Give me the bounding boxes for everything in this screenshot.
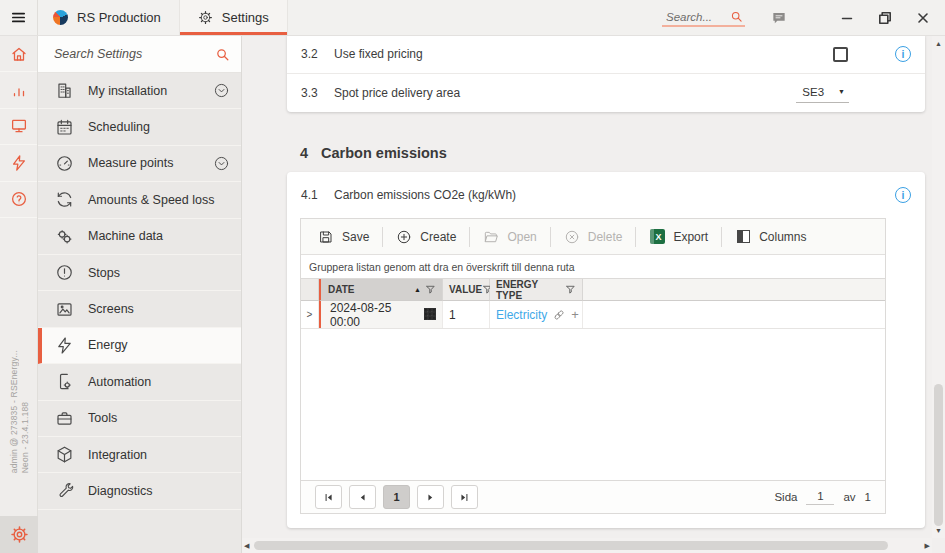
- open-button-label: Open: [507, 230, 536, 244]
- vertical-scrollbar[interactable]: ▲ ▼: [932, 36, 945, 538]
- filter-icon[interactable]: [425, 284, 436, 295]
- sidebar-item-my-installation[interactable]: My installation: [38, 73, 241, 109]
- tab-rs-production[interactable]: RS Production: [38, 0, 179, 35]
- sidebar-item-scheduling[interactable]: Scheduling: [38, 109, 241, 145]
- export-button-label: Export: [673, 230, 708, 244]
- horizontal-scrollbar[interactable]: ◀ ▶: [242, 538, 932, 553]
- column-header-energy-type[interactable]: ENERGY TYPE: [490, 279, 583, 301]
- use-fixed-pricing-checkbox[interactable]: [833, 47, 848, 62]
- page-number-button[interactable]: 1: [383, 485, 410, 509]
- sidebar-item-label: Measure points: [88, 156, 173, 170]
- settings-gear-button[interactable]: [0, 516, 38, 553]
- save-button[interactable]: Save: [305, 219, 382, 254]
- chevron-down-circle-icon[interactable]: [213, 82, 230, 99]
- sidebar-item-measure-points[interactable]: Measure points: [38, 146, 241, 182]
- feedback-icon[interactable]: [771, 10, 787, 26]
- title-bar: RS Production Settings: [0, 0, 945, 36]
- horizontal-scrollbar-thumb[interactable]: [254, 541, 888, 550]
- scroll-down-arrow-icon[interactable]: ▼: [935, 527, 942, 534]
- last-page-button[interactable]: [451, 485, 478, 509]
- image-icon: [55, 300, 74, 319]
- spot-price-area-dropdown[interactable]: SE3 ▼: [796, 83, 849, 103]
- column-header-filler: [583, 279, 885, 301]
- sidebar-item-machine-data[interactable]: Machine data: [38, 219, 241, 255]
- sidebar-item-amounts-speed-loss[interactable]: Amounts & Speed loss: [38, 182, 241, 218]
- sidebar-item-diagnostics[interactable]: Diagnostics: [38, 473, 241, 509]
- scroll-left-arrow-icon[interactable]: ◀: [244, 542, 249, 549]
- create-button[interactable]: Create: [383, 219, 469, 254]
- sidebar-search: [38, 36, 241, 73]
- cell-energy-type[interactable]: Electricity +: [490, 301, 583, 328]
- previous-page-button[interactable]: [349, 485, 376, 509]
- scroll-up-arrow-icon[interactable]: ▲: [935, 40, 942, 47]
- link-icon[interactable]: [552, 308, 566, 322]
- search-icon[interactable]: [730, 10, 743, 23]
- device-gear-icon: [55, 372, 74, 391]
- screens-monitor-button[interactable]: [0, 109, 37, 145]
- gear-icon: [198, 10, 213, 25]
- energy-type-link[interactable]: Electricity: [496, 308, 547, 322]
- sidebar-item-tools[interactable]: Tools: [38, 401, 241, 437]
- filter-icon[interactable]: [565, 284, 576, 295]
- tab-settings[interactable]: Settings: [179, 0, 288, 35]
- cell-date[interactable]: 2024-08-25 00:00: [319, 301, 443, 328]
- sidebar-search-input[interactable]: [54, 47, 215, 61]
- setting-number: 3.3: [301, 86, 334, 100]
- setting-label: Spot price delivery area: [334, 86, 460, 100]
- group-by-hint[interactable]: Gruppera listan genom att dra en överskr…: [301, 255, 885, 279]
- chevron-down-circle-icon[interactable]: [213, 155, 230, 172]
- page-word-label: Sida: [774, 491, 797, 503]
- first-page-button[interactable]: [315, 485, 342, 509]
- close-button[interactable]: [915, 10, 931, 26]
- sidebar-item-label: Scheduling: [88, 120, 150, 134]
- sidebar-item-energy[interactable]: Energy: [38, 328, 241, 364]
- calendar-icon: [55, 118, 74, 137]
- search-icon[interactable]: [215, 47, 230, 62]
- sidebar-item-integration[interactable]: Integration: [38, 437, 241, 473]
- sidebar-item-screens[interactable]: Screens: [38, 291, 241, 327]
- row-expand-button[interactable]: >: [301, 301, 319, 328]
- app-window: RS Production Settings admin @ 273835 -: [0, 0, 945, 553]
- section-number: 4: [300, 145, 308, 161]
- toolbox-icon: [55, 409, 74, 428]
- setting-row-fixed-pricing: 3.2 Use fixed pricing: [287, 36, 925, 73]
- dropdown-arrow-icon: ▼: [838, 88, 845, 95]
- table-row[interactable]: > 2024-08-25 00:00 1 Electricity +: [301, 301, 885, 329]
- restore-button[interactable]: [877, 10, 893, 26]
- export-button[interactable]: Export: [636, 219, 721, 254]
- help-button[interactable]: [0, 182, 37, 218]
- scroll-right-arrow-icon[interactable]: ▶: [925, 542, 930, 549]
- columns-button[interactable]: Columns: [722, 219, 819, 254]
- global-search-input[interactable]: [666, 11, 724, 23]
- date-picker-icon[interactable]: [424, 308, 436, 321]
- section-title: Carbon emissions: [321, 145, 447, 161]
- sort-asc-icon: ▲: [414, 286, 421, 293]
- expand-column-header: [301, 279, 319, 301]
- next-page-button[interactable]: [417, 485, 444, 509]
- plus-circle-icon: [396, 229, 412, 245]
- subsection-title: Carbon emissions CO2e (kg/kWh): [334, 188, 516, 202]
- info-icon[interactable]: [895, 187, 911, 203]
- hamburger-menu-button[interactable]: [0, 0, 38, 35]
- minimize-button[interactable]: [839, 10, 855, 26]
- cell-value[interactable]: 1: [443, 301, 490, 328]
- dropdown-value: SE3: [802, 86, 824, 98]
- delete-button[interactable]: Delete: [551, 219, 636, 254]
- date-value: 2024-08-25 00:00: [330, 301, 416, 329]
- add-icon[interactable]: +: [571, 308, 579, 321]
- tab-rs-production-label: RS Production: [77, 10, 161, 25]
- open-button[interactable]: Open: [470, 219, 549, 254]
- energy-bolt-button[interactable]: [0, 145, 37, 181]
- sidebar-item-stops[interactable]: Stops: [38, 255, 241, 291]
- column-header-date[interactable]: DATE ▲: [319, 279, 443, 301]
- grid-empty-area: [301, 329, 885, 480]
- vertical-scrollbar-thumb[interactable]: [934, 384, 943, 526]
- analytics-button[interactable]: [0, 72, 37, 108]
- home-button[interactable]: [0, 36, 37, 72]
- column-header-value[interactable]: VALUE: [443, 279, 490, 301]
- info-icon[interactable]: [895, 46, 911, 62]
- page-input[interactable]: [806, 490, 834, 505]
- total-pages-label: 1: [865, 491, 871, 503]
- sidebar-item-automation[interactable]: Automation: [38, 364, 241, 400]
- of-word-label: av: [843, 491, 855, 503]
